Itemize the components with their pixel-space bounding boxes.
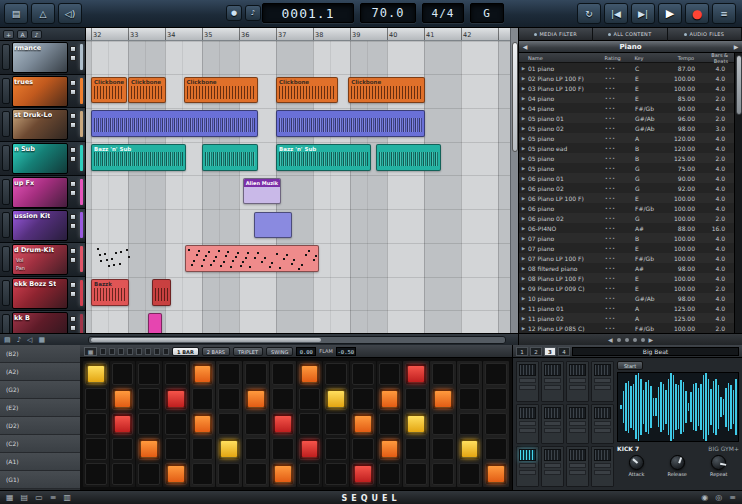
grid-icon[interactable]: ▦ [38, 336, 45, 344]
play-icon[interactable]: ▶ [519, 216, 528, 221]
step-cell[interactable] [352, 388, 374, 410]
step-cell[interactable] [405, 463, 427, 485]
active-step-pad[interactable] [301, 365, 319, 383]
browser-scrollbar[interactable] [734, 53, 742, 333]
active-step-pad[interactable] [434, 390, 452, 408]
strip-slider[interactable] [519, 421, 536, 426]
browser-row[interactable]: ▶02 Piano LP 100 F)•••E100.004.0 [519, 73, 734, 83]
step-cell[interactable] [85, 388, 107, 410]
track-row[interactable]: st Druk-Lo [0, 108, 85, 142]
strip-slider[interactable] [594, 428, 611, 433]
play-icon[interactable]: ▶ [519, 156, 528, 161]
knob-attack[interactable]: Attack [628, 455, 644, 488]
browser-row[interactable]: ▶06-PI4NO•••A#88.0016.0 [519, 223, 734, 233]
pad-channel-strip[interactable] [541, 404, 564, 445]
pager-dot[interactable] [641, 338, 645, 342]
pad-channel-strip[interactable] [541, 446, 564, 487]
prev-button[interactable]: |◀ [604, 3, 628, 24]
browser-row[interactable]: ▶06 piano 02•••G92.004.0 [519, 183, 734, 193]
active-step-pad[interactable] [220, 440, 238, 458]
play-icon[interactable]: ▶ [519, 86, 528, 91]
knob-repeat[interactable]: Repeat [710, 455, 728, 488]
browser-row[interactable]: ▶05 piano•••A120.004.0 [519, 133, 734, 143]
browser-row[interactable]: ▶05 piano 01•••G#/Ab96.002.0 [519, 113, 734, 123]
pager-dot[interactable] [625, 338, 629, 342]
arrange-clip[interactable]: Alien Muzik [243, 178, 281, 205]
step-cell[interactable] [485, 463, 507, 485]
pad-channel-strip[interactable] [541, 361, 564, 402]
track-row[interactable]: n Sub [0, 142, 85, 176]
strip-slider[interactable] [544, 470, 561, 475]
step-cell[interactable] [459, 388, 481, 410]
play-icon[interactable]: ▶ [519, 266, 528, 271]
pad-channel-strip[interactable] [566, 446, 589, 487]
active-step-pad[interactable] [140, 440, 158, 458]
track-row[interactable]: d Drum-KitVolPan [0, 243, 85, 277]
tempo-display[interactable]: 70.0 [360, 3, 416, 23]
step-cell[interactable] [138, 388, 160, 410]
step-cell[interactable] [85, 438, 107, 460]
step-cell[interactable] [218, 363, 240, 385]
arrange-clip[interactable] [276, 110, 425, 137]
track-row[interactable]: ussion Kit [0, 209, 85, 243]
pattern-tab[interactable]: 4 [558, 347, 570, 356]
step-cell[interactable] [299, 388, 321, 410]
column-header[interactable]: Rating [605, 55, 635, 61]
browser-row[interactable]: ▶03 Piano LP 100 F)•••E100.004.0 [519, 83, 734, 93]
play-icon[interactable]: ▶ [519, 246, 528, 251]
pad-list-item[interactable]: (G2) [0, 381, 80, 399]
record-button[interactable]: ● [685, 3, 709, 24]
active-step-pad[interactable] [247, 390, 265, 408]
arrange-clip[interactable] [95, 245, 135, 272]
step-cell[interactable] [405, 363, 427, 385]
play-icon[interactable]: ▶ [519, 146, 528, 151]
play-icon[interactable]: ▶ [519, 326, 528, 331]
step-cell[interactable] [432, 413, 454, 435]
track-mute-button[interactable] [70, 113, 76, 119]
pattern-step-box[interactable] [136, 348, 142, 355]
sample-waveform[interactable] [617, 372, 739, 442]
play-icon[interactable]: ▶ [519, 186, 528, 191]
arrange-clip[interactable]: Clickbone [348, 77, 425, 104]
step-cell[interactable] [245, 363, 267, 385]
arrange-clip[interactable]: Clickbone [128, 77, 166, 104]
browser-row[interactable]: ▶06 piano•••F#/Gb100.004.0 [519, 203, 734, 213]
step-cell[interactable] [165, 363, 187, 385]
play-icon[interactable]: ▶ [519, 226, 528, 231]
scrollbar-thumb[interactable] [736, 55, 742, 115]
active-step-pad[interactable] [354, 415, 372, 433]
step-cell[interactable] [379, 363, 401, 385]
browser-row[interactable]: ▶04 piano•••E85.002.0 [519, 93, 734, 103]
play-icon[interactable]: ▶ [519, 66, 528, 71]
browser-row[interactable]: ▶07 piano•••B100.004.0 [519, 233, 734, 243]
arrange-clip[interactable] [152, 279, 171, 306]
step-cell[interactable] [485, 413, 507, 435]
position-display[interactable]: 0001.1 [262, 3, 354, 23]
step-cell[interactable] [405, 413, 427, 435]
pad-channel-strip[interactable] [566, 404, 589, 445]
pager-next-icon[interactable]: ▶ [649, 336, 654, 343]
step-cell[interactable] [85, 463, 107, 485]
play-icon[interactable]: ▶ [519, 126, 528, 131]
step-cell[interactable] [138, 363, 160, 385]
step-cell[interactable] [379, 388, 401, 410]
step-cell[interactable] [352, 363, 374, 385]
arrange-clip[interactable] [202, 144, 258, 171]
arrange-clip[interactable]: Clickbone [184, 77, 259, 104]
play-icon[interactable]: ▶ [519, 96, 528, 101]
pattern-step-box[interactable] [154, 348, 160, 355]
step-cell[interactable] [218, 463, 240, 485]
strip-slider[interactable] [544, 378, 561, 383]
track-solo-button[interactable] [70, 89, 76, 95]
strip-slider[interactable] [594, 378, 611, 383]
menu-button[interactable]: ≡ [712, 3, 736, 24]
step-cell[interactable] [192, 413, 214, 435]
step-cell[interactable] [218, 438, 240, 460]
track-mute-button[interactable] [70, 282, 76, 288]
play-icon[interactable]: ▶ [519, 316, 528, 321]
browser-row[interactable]: ▶07 piano•••E100.004.0 [519, 243, 734, 253]
play-icon[interactable]: ▶ [519, 136, 528, 141]
pager-dot[interactable] [633, 338, 637, 342]
keyboard-icon[interactable]: ▤ [4, 336, 11, 344]
step-cell[interactable] [432, 363, 454, 385]
